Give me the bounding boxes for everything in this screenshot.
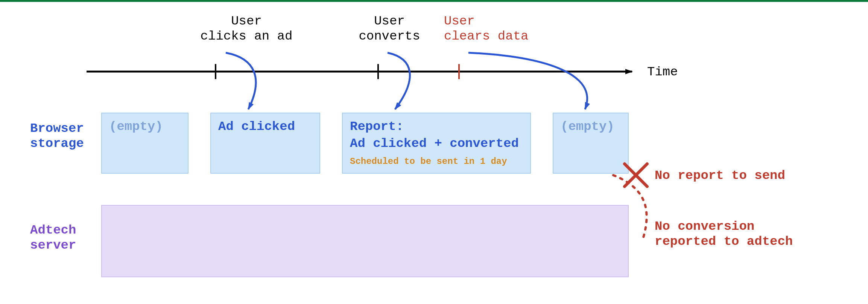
attribution-timeline-diagram: Time User clicks an ad User converts Use… xyxy=(0,0,868,304)
event-click-line2: clicks an ad xyxy=(201,29,293,43)
row-label-adtech: Adtech server xyxy=(30,223,76,252)
event-clear-line1: User xyxy=(444,14,475,28)
storage-box-report-line2: Ad clicked + converted xyxy=(350,136,519,151)
failure-bottom-line1: No conversion xyxy=(655,219,754,234)
storage-box-report: Report: Ad clicked + converted Scheduled… xyxy=(342,113,531,173)
top-green-bar xyxy=(0,0,868,2)
storage-box-clicked: Ad clicked xyxy=(211,113,320,173)
time-axis: Time User clicks an ad User converts Use… xyxy=(87,14,678,79)
axis-label-time: Time xyxy=(647,65,678,79)
storage-box-report-line1: Report: xyxy=(350,119,404,134)
adtech-server-box xyxy=(102,205,628,277)
failure-bottom-line2: reported to adtech xyxy=(655,234,793,249)
event-click-line1: User xyxy=(231,14,262,28)
storage-box-report-subtext: Scheduled to be sent in 1 day xyxy=(350,156,507,167)
row-label-browser: Browser storage xyxy=(30,121,84,151)
row-label-adtech-line1: Adtech xyxy=(30,223,76,237)
storage-box-empty-1-text: (empty) xyxy=(109,119,163,134)
row-label-browser-line1: Browser xyxy=(30,121,84,136)
event-convert-line2: converts xyxy=(359,29,420,43)
svg-rect-12 xyxy=(102,205,628,277)
storage-box-empty-2: (empty) xyxy=(553,113,628,173)
row-label-adtech-line2: server xyxy=(30,238,76,252)
storage-box-empty-2-text: (empty) xyxy=(561,119,614,134)
failure-top-label: No report to send xyxy=(655,168,785,183)
x-icon xyxy=(625,164,647,186)
event-convert-line1: User xyxy=(374,14,405,28)
event-click: User clicks an ad xyxy=(201,14,293,79)
failure-group: No report to send No conversion reported… xyxy=(613,164,793,249)
event-clear: User clears data xyxy=(444,14,528,79)
arrow-clear-to-storage xyxy=(468,53,587,109)
event-clear-line2: clears data xyxy=(444,29,528,43)
storage-box-empty-1: (empty) xyxy=(102,113,188,173)
storage-box-clicked-text: Ad clicked xyxy=(218,119,295,134)
arrow-click-to-storage xyxy=(226,53,256,109)
arrow-convert-to-storage xyxy=(388,53,410,109)
event-convert: User converts xyxy=(359,14,420,79)
row-label-browser-line2: storage xyxy=(30,136,84,151)
